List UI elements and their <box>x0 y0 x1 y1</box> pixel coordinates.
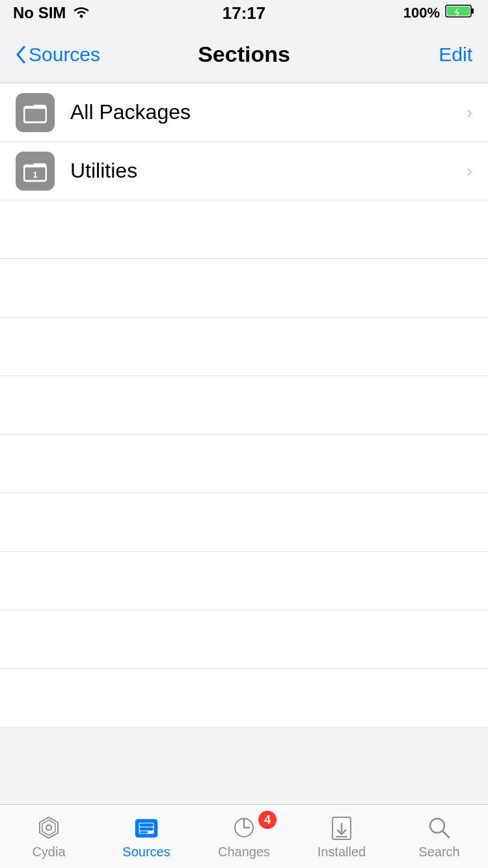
svg-rect-4 <box>24 107 46 122</box>
changes-icon <box>230 813 258 842</box>
empty-row-7 <box>0 552 488 610</box>
folder-plain-icon <box>16 93 55 132</box>
content-spacer <box>0 727 488 804</box>
cydia-icon <box>34 813 63 842</box>
svg-rect-3 <box>447 7 470 16</box>
tab-sources[interactable]: Sources <box>101 813 192 860</box>
changes-badge: 4 <box>258 811 277 829</box>
tab-search[interactable]: Search <box>394 813 485 860</box>
svg-point-10 <box>46 825 51 830</box>
battery-percent: 100% <box>403 5 440 21</box>
status-right: 100% <box>403 4 475 22</box>
svg-text:1: 1 <box>33 170 37 180</box>
page-title: Sections <box>198 42 290 67</box>
sources-icon <box>132 813 161 842</box>
svg-rect-13 <box>140 824 153 826</box>
installed-icon <box>327 813 356 842</box>
empty-row-6 <box>0 493 488 552</box>
search-icon <box>425 813 454 842</box>
wifi-icon <box>72 4 90 22</box>
svg-point-0 <box>80 15 83 18</box>
row-utilities[interactable]: 1 Utilities › <box>0 142 488 200</box>
svg-rect-5 <box>24 108 46 122</box>
status-left: No SIM <box>13 4 90 22</box>
status-bar: No SIM 17:17 100% <box>0 0 488 26</box>
row-utilities-label: Utilities <box>70 159 467 183</box>
edit-button[interactable]: Edit <box>439 44 472 66</box>
svg-rect-2 <box>471 8 474 14</box>
tab-cydia[interactable]: Cydia <box>3 813 94 860</box>
row-all-packages[interactable]: All Packages › <box>0 83 488 142</box>
empty-row-3 <box>0 318 488 376</box>
empty-row-4 <box>0 376 488 435</box>
back-label: Sources <box>29 44 100 66</box>
time-label: 17:17 <box>223 3 266 23</box>
empty-row-8 <box>0 610 488 669</box>
battery-icon <box>445 4 475 22</box>
tab-changes[interactable]: 4 Changes <box>198 813 290 860</box>
tab-search-label: Search <box>418 845 459 860</box>
carrier-label: No SIM <box>13 4 66 22</box>
tab-cydia-label: Cydia <box>32 845 65 860</box>
chevron-right-icon: › <box>467 102 472 123</box>
main-body: All Packages › 1 Utilities › <box>0 83 488 804</box>
tab-installed-label: Installed <box>318 845 366 860</box>
tab-bar: Cydia Sources 4 Changes <box>0 804 488 868</box>
row-all-packages-label: All Packages <box>70 100 467 124</box>
nav-bar: Sources Sections Edit <box>0 26 488 83</box>
table-container: All Packages › 1 Utilities › <box>0 83 488 727</box>
empty-row-5 <box>0 435 488 493</box>
chevron-right-icon: › <box>467 161 472 182</box>
tab-sources-label: Sources <box>122 845 170 860</box>
folder-numbered-icon: 1 <box>16 152 55 191</box>
back-button[interactable]: Sources <box>16 44 100 66</box>
tab-changes-label: Changes <box>218 845 270 860</box>
tab-installed[interactable]: Installed <box>296 813 387 860</box>
empty-row-2 <box>0 259 488 318</box>
empty-row-9 <box>0 669 488 727</box>
svg-rect-15 <box>140 832 148 833</box>
empty-row-1 <box>0 200 488 259</box>
svg-rect-14 <box>140 828 153 830</box>
